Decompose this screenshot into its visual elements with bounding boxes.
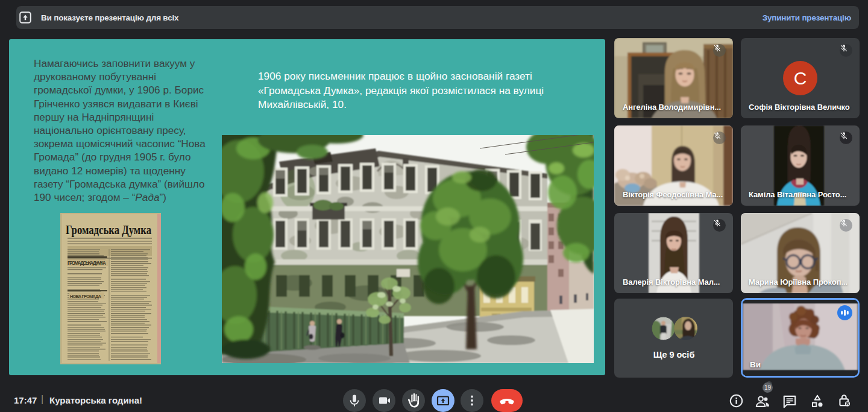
svg-text:ГРОМАДСЬКА ДУМКА: ГРОМАДСЬКА ДУМКА	[68, 260, 106, 266]
svg-text:Ще 9 осіб: Ще 9 осіб	[653, 350, 695, 360]
svg-text:Громадська Думка: Громадська Думка	[66, 222, 151, 237]
svg-text:НОВА ГРОМАДА: НОВА ГРОМАДА	[70, 294, 102, 299]
